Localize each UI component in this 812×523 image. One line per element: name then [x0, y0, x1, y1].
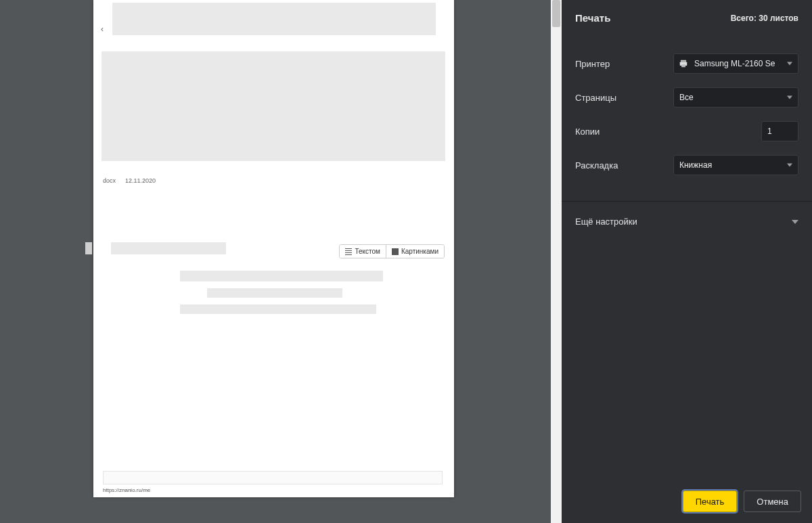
pages-value: Все: [679, 93, 694, 102]
panel-spacer: [562, 242, 812, 482]
panel-title: Печать: [575, 12, 610, 24]
sheet-count: Всего: 30 листов: [731, 14, 798, 23]
copies-value: 1: [767, 127, 772, 136]
view-images-button[interactable]: Картинками: [386, 245, 444, 258]
printer-icon: [678, 59, 689, 68]
file-date: 12.11.2020: [125, 177, 156, 184]
row-printer: Принтер Samsung ML-2160 Se: [575, 53, 798, 74]
placeholder-block: [102, 51, 445, 161]
copies-input[interactable]: 1: [761, 121, 798, 141]
chevron-left-icon: ‹: [101, 24, 104, 34]
layout-label: Раскладка: [575, 160, 618, 170]
placeholder-block: [112, 3, 436, 35]
row-pages: Страницы Все: [575, 87, 798, 108]
more-settings-label: Ещё настройки: [575, 217, 637, 227]
placeholder-block: [180, 271, 383, 281]
preview-page: ‹ docx 12.11.2020 Текстом Картинками htt…: [93, 0, 454, 497]
view-text-button[interactable]: Текстом: [340, 245, 386, 258]
page-url-fragment: https://znanio.ru/me: [103, 487, 150, 493]
print-settings-panel: Печать Всего: 30 листов Принтер Samsung …: [562, 0, 812, 523]
preview-scrollbar[interactable]: [551, 0, 562, 523]
settings-group: Принтер Samsung ML-2160 Se Страницы Все …: [562, 36, 812, 202]
file-extension: docx: [103, 177, 116, 184]
scrollbar-thumb[interactable]: [552, 0, 560, 27]
svg-rect-0: [681, 60, 686, 62]
print-preview-area: ‹ docx 12.11.2020 Текстом Картинками htt…: [0, 0, 562, 523]
cancel-button[interactable]: Отмена: [744, 491, 801, 512]
pages-select[interactable]: Все: [673, 87, 798, 108]
copies-label: Копии: [575, 127, 600, 137]
panel-header: Печать Всего: 30 листов: [562, 0, 812, 36]
placeholder-block: [103, 471, 443, 484]
placeholder-block: [85, 242, 92, 254]
chevron-down-icon: [787, 62, 792, 66]
svg-rect-2: [681, 64, 685, 67]
placeholder-block: [180, 304, 376, 314]
layout-value: Книжная: [679, 160, 712, 170]
view-images-label: Картинками: [401, 248, 438, 255]
print-button[interactable]: Печать: [683, 491, 738, 512]
image-icon: [392, 248, 399, 255]
more-settings-toggle[interactable]: Ещё настройки: [562, 202, 812, 242]
placeholder-block: [207, 288, 342, 298]
printer-select[interactable]: Samsung ML-2160 Se: [673, 53, 798, 74]
pages-label: Страницы: [575, 93, 616, 103]
printer-label: Принтер: [575, 59, 610, 69]
row-layout: Раскладка Книжная: [575, 155, 798, 175]
view-text-label: Текстом: [355, 248, 380, 255]
row-copies: Копии 1: [575, 121, 798, 141]
view-mode-toggle: Текстом Картинками: [339, 244, 445, 258]
text-lines-icon: [345, 248, 352, 255]
printer-value: Samsung ML-2160 Se: [694, 59, 775, 68]
chevron-down-icon: [792, 220, 798, 224]
panel-footer: Печать Отмена: [562, 482, 812, 523]
chevron-down-icon: [787, 96, 792, 99]
placeholder-block: [111, 242, 226, 254]
layout-select[interactable]: Книжная: [673, 155, 798, 175]
chevron-down-icon: [787, 164, 792, 167]
file-meta: docx 12.11.2020: [103, 177, 156, 184]
